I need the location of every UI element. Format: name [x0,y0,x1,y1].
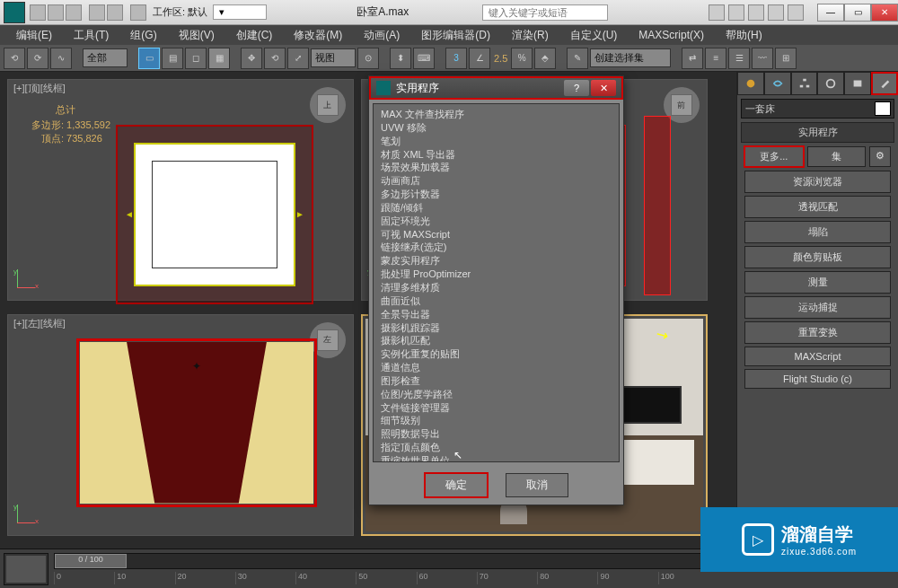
select-link-icon[interactable]: ⟲ [4,48,25,69]
workspace-dropdown[interactable]: ▾ [213,4,267,20]
viewcube-top[interactable]: 上 [310,87,346,123]
scale-icon[interactable]: ⤢ [287,48,309,69]
color-clipboard-button[interactable]: 颜色剪贴板 [744,246,891,268]
list-item[interactable]: 场景效果加载器 [374,161,619,174]
measure-button[interactable]: 测量 [744,271,891,294]
sets-button[interactable]: 集 [807,146,867,167]
select-object-icon[interactable]: ▭ [138,48,160,69]
cancel-button[interactable]: 取消 [506,473,568,497]
curve-editor-icon[interactable]: 〰 [752,48,773,69]
menu-rendering[interactable]: 渲染(R) [501,26,559,45]
menu-tools[interactable]: 工具(T) [63,26,119,45]
list-item[interactable]: 通道信息 [374,361,619,374]
menu-modifiers[interactable]: 修改器(M) [283,26,353,45]
flight-studio-button[interactable]: Flight Studio (c) [744,369,891,389]
list-item[interactable]: 全景导出器 [374,308,619,321]
list-item[interactable]: MAX 文件查找程序 [374,108,619,121]
tab-modify[interactable] [764,72,791,95]
percent-snap-icon[interactable]: % [511,48,533,69]
object-name-field[interactable] [741,99,894,118]
list-item[interactable]: 可视 MAXScript [374,228,619,241]
list-item[interactable]: 笔划 [374,135,619,148]
signin-icon[interactable] [728,4,744,21]
list-item[interactable]: 细节级别 [374,414,619,427]
undo-icon[interactable] [89,4,105,21]
list-item[interactable]: 实例化重复的贴图 [374,347,619,361]
dialog-close-button[interactable]: ✕ [591,80,616,96]
list-item[interactable]: 固定环境光 [374,215,619,228]
config-button[interactable]: ⚙ [869,146,891,167]
list-item[interactable]: 批处理 ProOptimizer [374,268,619,281]
rollout-header[interactable]: 实用程序 [741,122,894,143]
schematic-icon[interactable]: ⊞ [775,48,797,69]
menu-views[interactable]: 视图(V) [168,26,225,45]
list-item[interactable]: 材质 XML 导出器 [374,148,619,162]
new-file-icon[interactable] [30,4,46,21]
menu-animation[interactable]: 动画(A) [353,26,410,45]
tab-display[interactable] [844,72,871,95]
keyboard-shortcut-icon[interactable]: ⌨ [413,48,435,69]
app-icon[interactable] [4,2,25,23]
select-region-icon[interactable]: ◻ [185,48,207,69]
list-item[interactable]: 图形检查 [374,374,619,388]
selection-set-dropdown[interactable]: 创建选择集 [590,48,671,67]
list-item[interactable]: 位图/光度学路径 [374,388,619,401]
list-item[interactable]: 重缩放世界单位 [374,454,619,462]
object-color-swatch[interactable] [875,101,891,116]
help-search-input[interactable] [482,4,608,21]
select-manipulate-icon[interactable]: ⬍ [390,48,411,69]
selection-filter-dropdown[interactable]: 全部 [83,48,128,67]
link-icon[interactable] [130,4,146,21]
menu-maxscript[interactable]: MAXScript(X) [628,27,715,43]
ref-coord-dropdown[interactable]: 视图 [311,48,356,67]
unlink-icon[interactable]: ⟳ [27,48,48,69]
menu-create[interactable]: 创建(C) [225,26,284,45]
list-item[interactable]: 曲面近似 [374,294,619,308]
move-icon[interactable]: ✥ [241,48,262,69]
tab-hierarchy[interactable] [791,72,818,95]
maximize-button[interactable]: ▭ [844,4,871,22]
close-button[interactable]: ✕ [871,4,898,22]
list-item[interactable]: 指定顶点颜色 [374,441,619,454]
viewport-layout-icon[interactable] [4,553,48,585]
perspective-match-button[interactable]: 透视匹配 [744,196,891,218]
menu-group[interactable]: 组(G) [119,26,167,45]
list-item[interactable]: UVW 移除 [374,121,619,135]
list-item[interactable]: 摄影机跟踪器 [374,321,619,335]
select-by-name-icon[interactable]: ▤ [162,48,183,69]
dialog-help-button[interactable]: ? [564,80,589,96]
ok-button[interactable]: 确定 [425,473,488,497]
list-item[interactable]: 多边形计数器 [374,188,619,201]
favorites-icon[interactable] [768,4,784,21]
list-item[interactable]: 照明数据导出 [374,427,619,441]
menu-help[interactable]: 帮助(H) [715,26,773,45]
tab-create[interactable] [737,72,764,95]
angle-snap-icon[interactable]: ∠ [469,48,490,69]
list-item[interactable]: 摄影机匹配 [374,334,619,347]
help-icon[interactable] [788,4,804,21]
tab-motion[interactable] [817,72,844,95]
viewport-top[interactable]: [+][顶][线框] 总计 多边形: 1,335,592 顶点: 735,826… [7,79,354,301]
menu-edit[interactable]: 编辑(E) [5,26,63,45]
reset-xform-button[interactable]: 重置变换 [744,321,891,344]
utilities-listbox[interactable]: MAX 文件查找程序UVW 移除笔划材质 XML 导出器场景效果加载器动画商店多… [373,103,620,462]
viewport-left[interactable]: [+][左][线框] 左 ✦ yx [7,314,354,536]
mirror-icon[interactable]: ⇄ [682,48,703,69]
list-item[interactable]: 蒙皮实用程序 [374,254,619,268]
menu-grapheditors[interactable]: 图形编辑器(D) [410,26,501,45]
list-item[interactable]: 跟随/倾斜 [374,201,619,215]
rotate-icon[interactable]: ⟲ [264,48,286,69]
tab-utilities[interactable] [871,72,898,95]
time-slider[interactable]: 0 / 100 [54,553,718,569]
snap-toggle-icon[interactable]: 3 [445,48,467,69]
list-item[interactable]: 动画商店 [374,174,619,188]
mocap-button[interactable]: 运动捕捉 [744,296,891,319]
asset-browser-button[interactable]: 资源浏览器 [744,171,891,193]
collapse-button[interactable]: 塌陷 [744,221,891,243]
bind-icon[interactable]: ∿ [50,48,72,69]
align-icon[interactable]: ≡ [705,48,726,69]
object-name-input[interactable] [742,103,875,114]
window-crossing-icon[interactable]: ▦ [208,48,230,69]
list-item[interactable]: 清理多维材质 [374,281,619,294]
minimize-button[interactable]: — [817,4,844,22]
